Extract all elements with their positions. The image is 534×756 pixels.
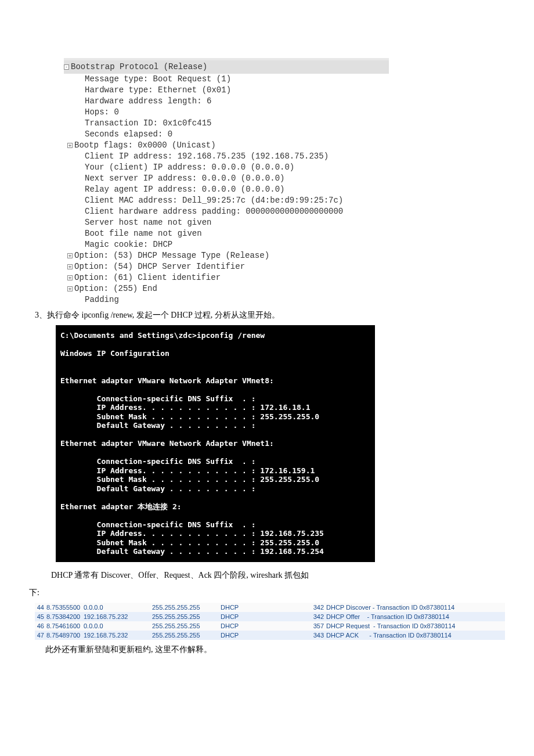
tree-line[interactable]: +Option: (54) DHCP Server Identifier [64, 261, 389, 272]
cell: 255.255.255.255 [152, 603, 221, 612]
expand-icon[interactable]: + [67, 286, 73, 291]
body-text-2a: DHCP 通常有 Discover、Offer、Request、Ack 四个阶段… [35, 569, 505, 582]
tree-line: Boot file name not given [64, 228, 389, 239]
expand-icon[interactable]: + [67, 264, 73, 269]
tree-line: Message type: Boot Request (1) [64, 74, 389, 85]
expand-icon[interactable]: + [67, 253, 73, 258]
cmd-block: C:\Documents and Settings\zdc>ipconfig /… [56, 325, 375, 562]
table-row[interactable]: 478.75489700192.168.75.232255.255.255.25… [35, 631, 505, 640]
collapse-icon[interactable]: - [64, 64, 69, 70]
tree-line: Hardware type: Ethernet (0x01) [64, 85, 389, 96]
tree-line[interactable]: +Option: (61) Client identifier [64, 272, 389, 283]
cell: 0.0.0.0 [84, 603, 152, 612]
cell: DHCP [221, 612, 310, 621]
tree-line: Your (client) IP address: 0.0.0.0 (0.0.0… [64, 162, 389, 173]
tree-line-text: Option: (53) DHCP Message Type (Release) [74, 251, 269, 260]
tree-line-text: Relay agent IP address: 0.0.0.0 (0.0.0.0… [85, 185, 284, 194]
expand-icon[interactable]: + [67, 275, 73, 280]
tree-line-text: Seconds elapsed: 0 [85, 129, 172, 139]
wireshark-tree: -Bootstrap Protocol (Release) Message ty… [64, 58, 389, 305]
tree-line-text: Option: (54) DHCP Server Identifier [74, 262, 245, 271]
tree-line: Client IP address: 192.168.75.235 (192.1… [64, 151, 389, 162]
tree-line: Server host name not given [64, 217, 389, 228]
cell: 192.168.75.232 [84, 612, 152, 621]
tree-line-text: Transaction ID: 0x1c0fc415 [85, 118, 211, 128]
tree-line: Relay agent IP address: 0.0.0.0 (0.0.0.0… [64, 184, 389, 195]
cell: 45 [36, 612, 46, 621]
tree-line-text: Padding [85, 295, 119, 304]
cell: 192.168.75.232 [84, 631, 152, 640]
tree-line-text: Hops: 0 [85, 107, 119, 117]
cell: DHCP Discover - Transaction ID 0x8738011… [326, 603, 504, 612]
cell: 47 [36, 631, 46, 640]
tree-line-text: Client IP address: 192.168.75.235 (192.1… [85, 152, 329, 161]
tree-line-text: Boot file name not given [85, 229, 202, 238]
cell: 342 [310, 603, 326, 612]
body-text-1: 3、执行命令 ipconfig /renew, 发起一个 DHCP 过程, 分析… [35, 309, 505, 322]
tree-line: Seconds elapsed: 0 [64, 129, 389, 140]
tree-line: Hops: 0 [64, 107, 389, 118]
body-text-2b: 下: [29, 586, 505, 599]
cell: 0.0.0.0 [84, 621, 152, 631]
tree-line[interactable]: +Option: (53) DHCP Message Type (Release… [64, 250, 389, 261]
packet-table: 448.753555000.0.0.0255.255.255.255DHCP34… [35, 603, 505, 640]
cell: DHCP ACK - Transaction ID 0x87380114 [326, 631, 504, 640]
tree-line: Transaction ID: 0x1c0fc415 [64, 118, 389, 129]
tree-line-text: Magic cookie: DHCP [85, 240, 172, 249]
tree-line-text: Option: (255) End [74, 284, 157, 293]
document-page: -Bootstrap Protocol (Release) Message ty… [0, 0, 534, 683]
cell: DHCP Offer - Transaction ID 0x87380114 [326, 612, 504, 621]
cell: DHCP [221, 631, 310, 640]
cell: 343 [310, 631, 326, 640]
cell: 46 [36, 621, 46, 631]
cell: 8.75384200 [46, 612, 84, 621]
cell: 357 [310, 621, 326, 631]
tree-line-text: Your (client) IP address: 0.0.0.0 (0.0.0… [85, 163, 294, 172]
cell: 44 [36, 603, 46, 612]
table-row[interactable]: 448.753555000.0.0.0255.255.255.255DHCP34… [35, 603, 505, 612]
table-row[interactable]: 468.754616000.0.0.0255.255.255.255DHCP35… [35, 621, 505, 631]
tree-line-text: Message type: Boot Request (1) [85, 74, 231, 84]
cell: 255.255.255.255 [152, 631, 221, 640]
cell: 8.75355500 [46, 603, 84, 612]
tree-line-text: Bootp flags: 0x0000 (Unicast) [74, 141, 216, 150]
tree-line: Client hardware address padding: 0000000… [64, 206, 389, 217]
tree-line: Magic cookie: DHCP [64, 239, 389, 250]
tree-line-text: Option: (61) Client identifier [74, 273, 221, 282]
cell: 255.255.255.255 [152, 612, 221, 621]
tree-root-label: Bootstrap Protocol (Release) [71, 62, 207, 71]
tree-root[interactable]: -Bootstrap Protocol (Release) [64, 60, 389, 74]
table-row[interactable]: 458.75384200192.168.75.232255.255.255.25… [35, 612, 505, 621]
tree-line-text: Hardware address length: 6 [85, 96, 211, 106]
tree-line: Next server IP address: 0.0.0.0 (0.0.0.0… [64, 173, 389, 184]
tree-line-text: Hardware type: Ethernet (0x01) [85, 85, 231, 95]
tree-line[interactable]: +Bootp flags: 0x0000 (Unicast) [64, 140, 389, 151]
cell: 8.75489700 [46, 631, 84, 640]
tree-line: Hardware address length: 6 [64, 96, 389, 107]
cell: 342 [310, 612, 326, 621]
tree-line-text: Client MAC address: Dell_99:25:7c (d4:be… [85, 196, 343, 205]
tree-line-text: Next server IP address: 0.0.0.0 (0.0.0.0… [85, 174, 284, 183]
tree-line: Padding [64, 294, 389, 305]
tree-line: Client MAC address: Dell_99:25:7c (d4:be… [64, 195, 389, 206]
tree-line-text: Client hardware address padding: 0000000… [85, 207, 343, 216]
cell: DHCP [221, 603, 310, 612]
body-text-3: 此外还有重新登陆和更新租约, 这里不作解释。 [29, 643, 505, 656]
tree-line-text: Server host name not given [85, 218, 211, 227]
cell: DHCP Request - Transaction ID 0x87380114 [326, 621, 504, 631]
tree-line[interactable]: +Option: (255) End [64, 283, 389, 294]
cell: 8.75461600 [46, 621, 84, 631]
expand-icon[interactable]: + [67, 143, 73, 148]
cell: 255.255.255.255 [152, 621, 221, 631]
cell: DHCP [221, 621, 310, 631]
